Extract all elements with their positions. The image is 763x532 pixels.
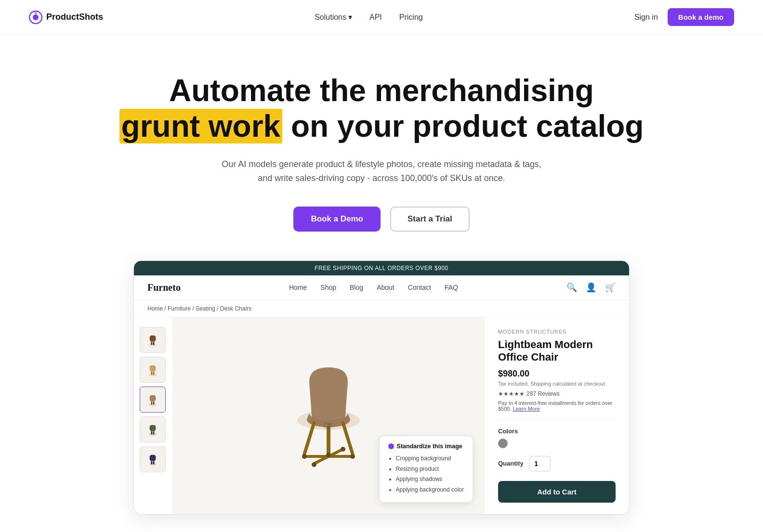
chevron-down-icon: ▾ [348, 13, 352, 22]
thumbnail-3[interactable] [140, 387, 166, 413]
book-demo-hero-button[interactable]: Book a Demo [293, 207, 381, 232]
thumbnail-4[interactable] [140, 416, 166, 442]
hero-subtitle: Our AI models generate product & lifesty… [218, 157, 545, 185]
svg-rect-4 [150, 336, 156, 342]
svg-point-15 [149, 433, 157, 436]
shop-nav: Furneto Home Shop Blog About Contact FAQ… [134, 275, 629, 300]
hero-cta-buttons: Book a Demo Start a Trial [29, 207, 734, 232]
cart-icon[interactable]: 🛒 [605, 282, 616, 293]
tooltip-item-3: Applying shadows [396, 474, 464, 485]
shop-link-shop[interactable]: Shop [320, 284, 336, 291]
svg-point-31 [312, 462, 316, 467]
shop-topbar: FREE SHIPPING ON ALL ORDERS OVER $900 [134, 261, 629, 275]
hero-title: Automate the merchandising grunt work on… [117, 73, 646, 144]
thumbnail-1[interactable] [140, 327, 166, 353]
installments-text: Pay in 4 interest-free installments for … [498, 400, 616, 412]
quantity-label: Quantity [498, 460, 524, 467]
chair-illustration [261, 348, 396, 483]
logo-text: ProductShots [46, 12, 103, 22]
svg-rect-21 [151, 461, 152, 464]
product-title: Lightbeam Modern Office Chair [498, 338, 616, 364]
shop-link-contact[interactable]: Contact [408, 284, 431, 291]
shop-link-about[interactable]: About [377, 284, 395, 291]
svg-point-33 [326, 453, 331, 457]
product-main-image: ☞ Standardize this image Cropping backgr… [172, 317, 485, 514]
product-info: MODERN STRUCTURES Lightbeam Modern Offic… [485, 317, 629, 514]
review-count: 287 Reviews [526, 390, 560, 397]
shop-icons: 🔍 👤 🛒 [566, 282, 616, 293]
colors-label: Colors [498, 428, 616, 435]
logo-icon [29, 11, 42, 24]
learn-more-link[interactable]: Learn More [513, 406, 540, 412]
demo-card-wrapper: FREE SHIPPING ON ALL ORDERS OVER $900 Fu… [0, 260, 763, 515]
book-demo-nav-button[interactable]: Book a demo [668, 8, 734, 26]
svg-point-2 [34, 12, 37, 14]
shop-link-blog[interactable]: Blog [350, 284, 363, 291]
svg-point-7 [149, 374, 157, 376]
start-trial-button[interactable]: Start a Trial [390, 207, 470, 232]
svg-rect-18 [153, 431, 155, 434]
breadcrumb: Home / Furniture / Seating / Desk Chairs [134, 300, 629, 317]
thumbnail-2[interactable] [140, 357, 166, 383]
svg-rect-14 [153, 401, 155, 404]
shop-link-home[interactable]: Home [289, 284, 307, 291]
svg-point-29 [302, 454, 307, 459]
star-icons: ★★★★★ [498, 390, 525, 397]
shop-nav-links: Home Shop Blog About Contact FAQ [289, 284, 458, 291]
svg-rect-10 [153, 371, 155, 375]
svg-rect-16 [150, 425, 156, 431]
tooltip-list: Cropping background Resizing product App… [388, 454, 464, 495]
demo-card: FREE SHIPPING ON ALL ORDERS OVER $900 Fu… [133, 260, 630, 515]
quantity-row: Quantity [498, 456, 616, 471]
user-icon[interactable]: 👤 [586, 282, 596, 293]
solutions-menu[interactable]: Solutions ▾ [315, 13, 352, 22]
tooltip-icon [388, 443, 394, 449]
svg-point-1 [33, 14, 39, 20]
svg-rect-22 [153, 461, 155, 464]
color-swatch[interactable] [498, 439, 508, 448]
navbar: ProductShots Solutions ▾ API Pricing Sig… [0, 0, 763, 35]
product-tax: Tax included. Shipping calculated at che… [498, 381, 616, 387]
product-brand: MODERN STRUCTURES [498, 329, 616, 335]
thumbnail-5[interactable] [140, 446, 166, 472]
tooltip-item-4: Applying background color [396, 485, 464, 495]
svg-point-30 [350, 454, 355, 459]
nav-links: Solutions ▾ API Pricing [315, 13, 423, 22]
tooltip-item-1: Cropping background [396, 454, 464, 464]
svg-rect-20 [150, 455, 156, 461]
product-area: ☞ Standardize this image Cropping backgr… [134, 317, 629, 514]
search-icon[interactable]: 🔍 [566, 282, 577, 293]
product-stars: ★★★★★ 287 Reviews [498, 390, 616, 397]
svg-point-3 [149, 344, 157, 347]
svg-rect-5 [151, 341, 152, 345]
product-price: $980.00 [498, 369, 616, 379]
svg-rect-17 [151, 431, 152, 434]
svg-rect-13 [151, 401, 152, 404]
api-link[interactable]: API [369, 13, 382, 22]
add-to-cart-button[interactable]: Add to Cart [498, 481, 616, 503]
signin-link[interactable]: Sign in [634, 13, 658, 22]
svg-rect-12 [150, 395, 156, 402]
hero-highlight: grunt work [119, 109, 283, 143]
tooltip-title: Standardize this image [388, 443, 464, 450]
quantity-input[interactable] [529, 456, 551, 471]
pricing-link[interactable]: Pricing [399, 13, 423, 22]
svg-rect-8 [150, 365, 156, 372]
svg-point-19 [149, 463, 157, 466]
hero-section: Automate the merchandising grunt work on… [0, 35, 763, 260]
logo-link[interactable]: ProductShots [29, 11, 103, 24]
svg-point-32 [341, 447, 345, 452]
product-thumbnails [134, 317, 172, 514]
svg-point-11 [149, 403, 157, 406]
shop-link-faq[interactable]: FAQ [445, 284, 458, 291]
divider [498, 419, 616, 420]
shop-logo: Furneto [147, 282, 181, 293]
svg-rect-6 [153, 341, 155, 345]
nav-actions: Sign in Book a demo [634, 8, 734, 26]
svg-rect-9 [151, 371, 152, 375]
tooltip-item-2: Resizing product [396, 464, 464, 475]
standardize-tooltip: Standardize this image Cropping backgrou… [379, 436, 473, 502]
